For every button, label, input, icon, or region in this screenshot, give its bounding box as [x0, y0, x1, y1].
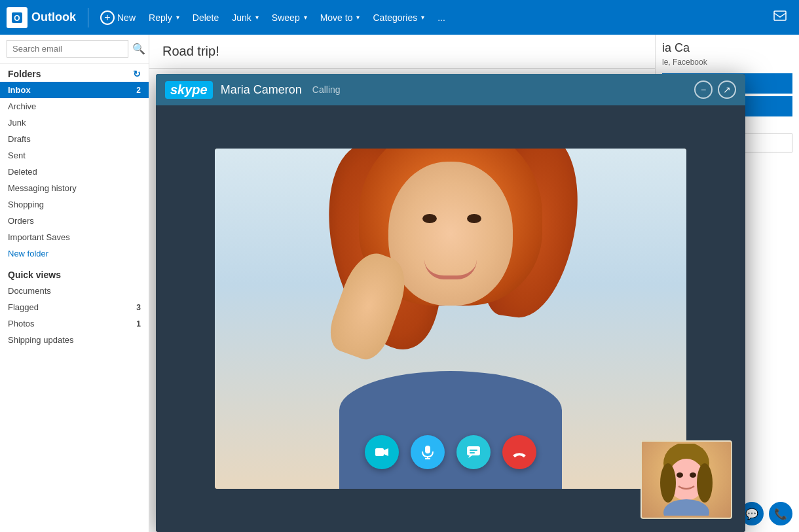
categories-button[interactable]: Categories ▾ — [366, 9, 431, 27]
bottom-phone-button[interactable]: 📞 — [769, 502, 792, 525]
more-button[interactable]: ... — [431, 9, 452, 27]
skype-minimize-button[interactable]: − — [694, 80, 713, 99]
folders-header: Folders ↻ — [8, 69, 141, 79]
quick-views-header: Quick views — [8, 270, 141, 280]
outlook-logo-text: Outlook — [31, 10, 76, 24]
moveto-chevron-icon: ▾ — [356, 14, 360, 21]
right-panel-source: le, Facebook — [662, 58, 792, 67]
svg-point-16 — [663, 499, 709, 516]
skype-video-area — [156, 105, 745, 532]
call-controls — [365, 435, 536, 469]
new-button[interactable]: + New — [94, 7, 142, 29]
toolbar: O Outlook + New Reply ▾ Delete Junk ▾ Sw… — [0, 0, 799, 35]
compose-icon-button[interactable] — [768, 5, 792, 30]
quick-view-documents[interactable]: Documents — [0, 283, 149, 299]
folder-archive[interactable]: Archive — [0, 98, 149, 115]
mic-toggle-button[interactable] — [411, 435, 445, 469]
folder-junk[interactable]: Junk — [0, 115, 149, 131]
svg-rect-8 — [470, 450, 477, 451]
folder-messaging-history[interactable]: Messaging history — [0, 180, 149, 196]
main-layout: 🔍 Folders ↻ Inbox 2 Archive Junk Drafts … — [0, 35, 799, 532]
skype-titlebar: skype Maria Cameron Calling − ↗ — [156, 74, 745, 105]
video-toggle-button[interactable] — [365, 435, 399, 469]
folder-shopping[interactable]: Shopping — [0, 196, 149, 213]
new-folder-button[interactable]: New folder — [0, 245, 149, 262]
svg-text:O: O — [14, 14, 20, 23]
svg-rect-9 — [470, 452, 475, 453]
toolbar-divider — [88, 8, 88, 27]
sweep-chevron-icon: ▾ — [304, 14, 307, 21]
svg-rect-4 — [425, 446, 430, 453]
search-button[interactable]: 🔍 — [132, 43, 145, 55]
skype-restore-button[interactable]: ↗ — [718, 80, 736, 99]
quick-view-photos[interactable]: Photos 1 — [0, 315, 149, 332]
search-bar: 🔍 — [0, 35, 149, 63]
outlook-logo: O Outlook — [7, 7, 83, 28]
face — [388, 162, 513, 306]
folders-section: Folders ↻ — [0, 63, 149, 82]
delete-button[interactable]: Delete — [186, 9, 225, 27]
skype-call-overlay: skype Maria Cameron Calling − ↗ — [156, 74, 745, 532]
eye-left — [422, 214, 437, 223]
refresh-icon[interactable]: ↻ — [133, 69, 141, 79]
folder-drafts[interactable]: Drafts — [0, 131, 149, 147]
outlook-logo-icon: O — [7, 7, 28, 28]
junk-button[interactable]: Junk ▾ — [225, 9, 265, 27]
reply-button[interactable]: Reply ▾ — [142, 9, 186, 27]
junk-chevron-icon: ▾ — [255, 14, 259, 21]
right-panel-name: ia Ca — [662, 41, 792, 55]
chat-button[interactable] — [456, 435, 491, 469]
sidebar: 🔍 Folders ↻ Inbox 2 Archive Junk Drafts … — [0, 35, 149, 532]
move-to-button[interactable]: Move to ▾ — [314, 9, 367, 27]
search-input[interactable] — [7, 40, 128, 58]
svg-rect-3 — [375, 448, 384, 456]
folder-inbox[interactable]: Inbox 2 — [0, 82, 149, 98]
self-video-feed — [641, 440, 732, 519]
reply-chevron-icon: ▾ — [176, 14, 179, 21]
folder-orders[interactable]: Orders — [0, 213, 149, 229]
skype-calling-status: Calling — [312, 84, 341, 95]
folder-sent[interactable]: Sent — [0, 147, 149, 164]
svg-point-14 — [677, 472, 683, 478]
end-call-button[interactable] — [502, 435, 536, 469]
quick-view-shipping[interactable]: Shipping updates — [0, 332, 149, 348]
folder-deleted[interactable]: Deleted — [0, 164, 149, 180]
eye-right — [467, 214, 481, 223]
svg-point-13 — [697, 463, 713, 503]
skype-logo: skype — [165, 81, 213, 99]
bottom-right-buttons: 💬 📞 — [740, 502, 792, 525]
categories-chevron-icon: ▾ — [421, 14, 424, 21]
shoulders — [339, 371, 562, 489]
quick-views-section: Quick views — [0, 262, 149, 283]
svg-rect-2 — [774, 11, 786, 20]
skype-window-controls: − ↗ — [694, 80, 736, 99]
folder-important-saves[interactable]: Important Saves — [0, 229, 149, 245]
svg-point-12 — [660, 463, 676, 503]
quick-view-flagged[interactable]: Flagged 3 — [0, 299, 149, 315]
svg-point-15 — [690, 472, 696, 478]
new-circle-icon: + — [100, 10, 115, 25]
smile — [424, 260, 477, 279]
sweep-button[interactable]: Sweep ▾ — [265, 9, 314, 27]
main-video-feed — [215, 149, 686, 489]
content-area: Road trip! XO, Maria ia Ca le, Facebook … — [149, 35, 799, 532]
self-video-face — [642, 442, 731, 518]
skype-caller-name: Maria Cameron — [221, 83, 302, 97]
